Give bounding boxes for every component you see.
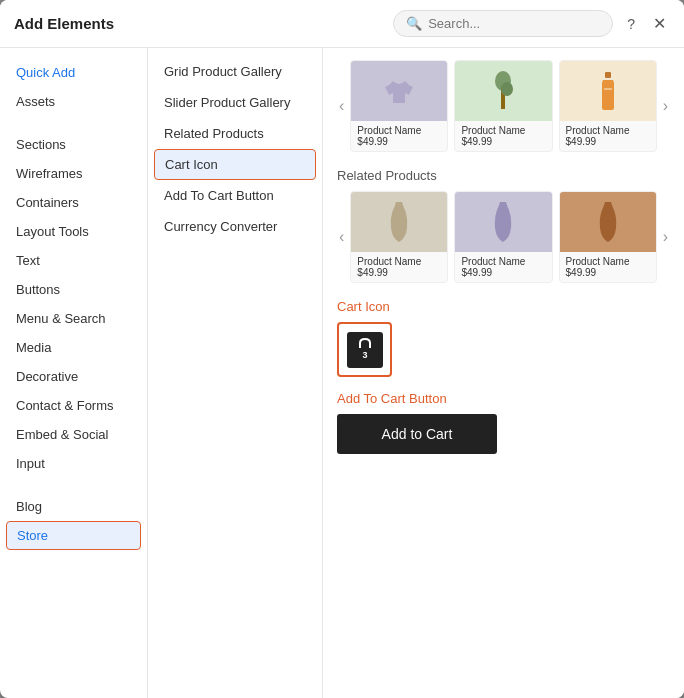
svg-text:3: 3 xyxy=(362,350,367,360)
panel-title: Add Elements xyxy=(14,15,114,32)
sidebar-item-media[interactable]: Media xyxy=(0,333,147,362)
mid-item-currency-converter[interactable]: Currency Converter xyxy=(148,211,322,242)
related-products-slider: ‹ Product Name $49.99 xyxy=(337,191,670,283)
header-actions: ? ✕ xyxy=(623,12,670,35)
gallery-slider: ‹ Product xyxy=(337,60,670,152)
sidebar-item-store[interactable]: Store xyxy=(6,521,141,550)
sidebar-item-decorative[interactable]: Decorative xyxy=(0,362,147,391)
help-button[interactable]: ? xyxy=(623,14,639,34)
vase-name-brown: Product Name xyxy=(566,256,650,267)
vase-price-purple: $49.99 xyxy=(461,267,545,278)
shirt-bg xyxy=(351,61,447,121)
gallery-arrow-left[interactable]: ‹ xyxy=(337,97,346,115)
cart-icon-box[interactable]: 3 xyxy=(337,322,392,377)
product-price-shirt: $49.99 xyxy=(357,136,441,147)
mid-item-slider-product-gallery[interactable]: Slider Product Gallery xyxy=(148,87,322,118)
mid-item-related-products[interactable]: Related Products xyxy=(148,118,322,149)
product-name-plant: Product Name xyxy=(461,125,545,136)
product-info-plant: Product Name $49.99 xyxy=(455,121,551,151)
svg-point-2 xyxy=(501,82,513,96)
panel-body: Quick Add Assets Sections Wireframes Con… xyxy=(0,48,684,698)
product-price-bottle: $49.99 xyxy=(566,136,650,147)
plant-icon xyxy=(493,69,513,113)
sidebar-item-menu-search[interactable]: Menu & Search xyxy=(0,304,147,333)
vase-icon-brown xyxy=(597,200,619,244)
sidebar-item-text[interactable]: Text xyxy=(0,246,147,275)
sidebar-item-wireframes[interactable]: Wireframes xyxy=(0,159,147,188)
vase-info-purple: Product Name $49.99 xyxy=(455,252,551,282)
product-info-bottle: Product Name $49.99 xyxy=(560,121,656,151)
add-to-cart-label: Add To Cart Button xyxy=(337,391,670,406)
bottle-icon xyxy=(601,70,615,112)
sidebar-item-quick-add[interactable]: Quick Add xyxy=(0,58,147,87)
vase-icon-beige xyxy=(388,200,410,244)
shopping-bag-icon: 3 xyxy=(350,335,380,365)
vase-img-purple xyxy=(455,192,551,252)
related-arrow-left[interactable]: ‹ xyxy=(337,228,346,246)
mid-item-add-to-cart-button[interactable]: Add To Cart Button xyxy=(148,180,322,211)
product-card-bottle: Product Name $49.99 xyxy=(559,60,657,152)
sidebar-item-contact-forms[interactable]: Contact & Forms xyxy=(0,391,147,420)
sidebar-divider-1 xyxy=(0,116,147,130)
related-products-label: Related Products xyxy=(337,168,670,183)
mid-item-cart-icon[interactable]: Cart Icon xyxy=(154,149,316,180)
vase-name-purple: Product Name xyxy=(461,256,545,267)
bottle-bg xyxy=(560,61,656,121)
close-button[interactable]: ✕ xyxy=(649,12,670,35)
vase-items: Product Name $49.99 Product Name xyxy=(350,191,656,283)
sidebar-item-containers[interactable]: Containers xyxy=(0,188,147,217)
vase-info-beige: Product Name $49.99 xyxy=(351,252,447,282)
plant-bg xyxy=(455,61,551,121)
left-sidebar: Quick Add Assets Sections Wireframes Con… xyxy=(0,48,148,698)
product-img-plant xyxy=(455,61,551,121)
vase-icon-purple xyxy=(492,200,514,244)
product-name-bottle: Product Name xyxy=(566,125,650,136)
product-img-shirt xyxy=(351,61,447,121)
sidebar-item-buttons[interactable]: Buttons xyxy=(0,275,147,304)
sidebar-item-embed-social[interactable]: Embed & Social xyxy=(0,420,147,449)
panel-header: Add Elements 🔍 ? ✕ xyxy=(0,0,684,48)
product-gallery-preview: ‹ Product xyxy=(337,60,670,152)
add-elements-panel: Add Elements 🔍 ? ✕ Quick Add Assets Sect… xyxy=(0,0,684,698)
search-icon: 🔍 xyxy=(406,16,422,31)
vase-card-brown: Product Name $49.99 xyxy=(559,191,657,283)
gallery-items: Product Name $49.99 xyxy=(350,60,656,152)
svg-rect-3 xyxy=(605,72,611,78)
sidebar-item-blog[interactable]: Blog xyxy=(0,492,147,521)
svg-rect-4 xyxy=(604,88,612,90)
product-price-plant: $49.99 xyxy=(461,136,545,147)
vase-info-brown: Product Name $49.99 xyxy=(560,252,656,282)
cart-icon-label: Cart Icon xyxy=(337,299,670,314)
add-to-cart-button[interactable]: Add to Cart xyxy=(337,414,497,454)
vase-price-brown: $49.99 xyxy=(566,267,650,278)
middle-column: Grid Product Gallery Slider Product Gall… xyxy=(148,48,323,698)
product-img-bottle xyxy=(560,61,656,121)
cart-icon-section: Cart Icon 3 xyxy=(337,299,670,377)
sidebar-divider-2 xyxy=(0,478,147,492)
search-bar[interactable]: 🔍 xyxy=(393,10,613,37)
right-preview: ‹ Product xyxy=(323,48,684,698)
shirt-icon xyxy=(385,77,413,105)
vase-img-brown xyxy=(560,192,656,252)
product-info-shirt: Product Name $49.99 xyxy=(351,121,447,151)
vase-card-beige: Product Name $49.99 xyxy=(350,191,448,283)
product-name-shirt: Product Name xyxy=(357,125,441,136)
vase-img-beige xyxy=(351,192,447,252)
cart-icon-inner: 3 xyxy=(347,332,383,368)
vase-card-purple: Product Name $49.99 xyxy=(454,191,552,283)
sidebar-item-sections[interactable]: Sections xyxy=(0,130,147,159)
vase-price-beige: $49.99 xyxy=(357,267,441,278)
product-card-shirt: Product Name $49.99 xyxy=(350,60,448,152)
vase-name-beige: Product Name xyxy=(357,256,441,267)
related-arrow-right[interactable]: › xyxy=(661,228,670,246)
add-to-cart-section: Add To Cart Button Add to Cart xyxy=(337,391,670,454)
gallery-arrow-right[interactable]: › xyxy=(661,97,670,115)
sidebar-item-layout-tools[interactable]: Layout Tools xyxy=(0,217,147,246)
mid-item-grid-product-gallery[interactable]: Grid Product Gallery xyxy=(148,56,322,87)
search-input[interactable] xyxy=(428,16,600,31)
sidebar-item-input[interactable]: Input xyxy=(0,449,147,478)
sidebar-item-assets[interactable]: Assets xyxy=(0,87,147,116)
product-card-plant: Product Name $49.99 xyxy=(454,60,552,152)
